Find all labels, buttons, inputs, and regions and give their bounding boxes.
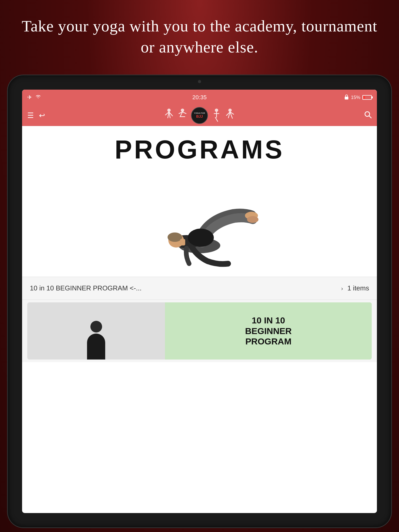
- yoga-figure-3-icon: [210, 108, 223, 123]
- logo-text: YOGA FOR BJJ: [194, 112, 205, 118]
- hero-yoga-image: [22, 168, 377, 277]
- card-text-area: 10 IN 10 BEGINNER PROGRAM: [165, 302, 372, 360]
- main-content: PROGRAMS: [22, 126, 377, 362]
- logo-bjj-text: BJJ: [194, 115, 205, 118]
- status-right-icons: 15%: [344, 94, 372, 101]
- status-bar: ✈ 20:35: [22, 90, 377, 105]
- page-background: Take your yoga with you to the academy, …: [0, 0, 399, 68]
- tablet-frame: ✈ 20:35: [8, 75, 391, 527]
- svg-point-10: [168, 232, 182, 242]
- svg-point-13: [247, 216, 258, 223]
- svg-rect-0: [345, 97, 348, 99]
- chevron-right-icon: ›: [341, 284, 343, 292]
- yoga-figure-2-icon: [176, 108, 189, 123]
- program-list-section: 10 in 10 BEGINNER PROGRAM <-... › 1 item…: [22, 277, 377, 362]
- svg-point-14: [188, 229, 214, 247]
- nav-yoga-figures-right: [210, 108, 237, 123]
- battery-icon: [362, 95, 372, 100]
- tagline-text: Take your yoga with you to the academy, …: [0, 0, 399, 68]
- svg-point-1: [167, 109, 171, 112]
- airplane-icon: ✈: [27, 94, 32, 101]
- program-row[interactable]: 10 in 10 BEGINNER PROGRAM <-... › 1 item…: [22, 277, 377, 300]
- svg-line-6: [369, 116, 371, 118]
- nav-center-logo-area: YOGA FOR BJJ: [163, 107, 237, 124]
- program-row-title: 10 in 10 BEGINNER PROGRAM <-...: [30, 284, 337, 292]
- svg-point-3: [215, 109, 218, 112]
- app-logo[interactable]: YOGA FOR BJJ: [191, 107, 208, 124]
- program-card[interactable]: 10 IN 10 BEGINNER PROGRAM: [27, 302, 372, 360]
- lock-icon: [344, 94, 349, 101]
- yoga-figure-4-icon: [224, 108, 237, 123]
- battery-percent-text: 15%: [351, 95, 360, 100]
- person-silhouette: [87, 321, 105, 360]
- card-program-title: 10 IN 10 BEGINNER PROGRAM: [245, 315, 291, 347]
- status-left-icons: ✈: [27, 94, 41, 101]
- wifi-icon: [35, 95, 41, 101]
- search-button[interactable]: [364, 111, 372, 120]
- person-body: [87, 334, 105, 360]
- hamburger-menu-button[interactable]: ☰: [27, 111, 34, 120]
- tablet-camera: [198, 80, 201, 83]
- nav-left-controls: ☰ ↩: [27, 111, 45, 120]
- status-time: 20:35: [192, 94, 207, 101]
- nav-bar: ☰ ↩: [22, 105, 377, 126]
- person-head: [90, 321, 102, 332]
- svg-point-4: [228, 109, 232, 112]
- program-card-section: 10 IN 10 BEGINNER PROGRAM: [22, 300, 377, 362]
- nav-yoga-figures: [163, 108, 189, 123]
- svg-rect-11: [180, 239, 185, 245]
- back-button[interactable]: ↩: [39, 111, 45, 120]
- programs-title: PROGRAMS: [22, 136, 377, 162]
- yoga-pose-svg: [135, 173, 264, 271]
- programs-section: PROGRAMS: [22, 126, 377, 277]
- tablet-screen: ✈ 20:35: [22, 90, 377, 513]
- tagline-container: Take your yoga with you to the academy, …: [0, 0, 399, 68]
- svg-point-2: [181, 109, 184, 112]
- items-count-badge: 1 items: [347, 284, 369, 292]
- battery-fill: [363, 96, 365, 99]
- yoga-figure-1-icon: [163, 108, 176, 123]
- card-image-area: [27, 302, 165, 360]
